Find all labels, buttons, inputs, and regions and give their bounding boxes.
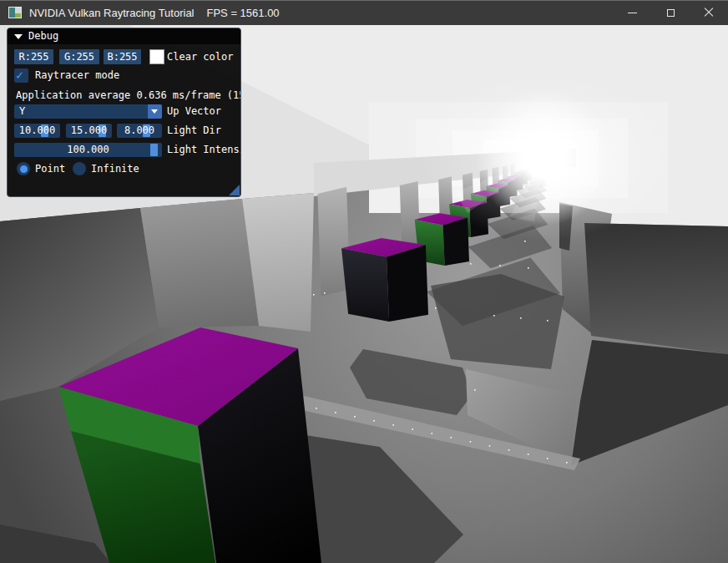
light-intensity-label: Light Intensity <box>167 143 241 157</box>
fps-counter: FPS = 1561.00 <box>207 7 280 19</box>
close-button[interactable] <box>690 0 728 25</box>
light-dir-y-slider[interactable]: 15.000 <box>66 124 112 138</box>
light-intensity-slider[interactable]: 100.000 <box>14 143 162 157</box>
up-vector-value: Y <box>19 104 25 119</box>
scene-left-wall-mid <box>140 199 259 327</box>
raytracer-checkbox[interactable]: ✓ <box>14 68 28 83</box>
light-dir-row: 10.000 15.000 8.000 Light Dir <box>8 124 240 138</box>
blue-value-button[interactable]: B:255 <box>104 49 141 64</box>
chevron-down-icon <box>151 109 158 114</box>
app-icon <box>8 7 22 18</box>
debug-panel-titlebar[interactable]: Debug <box>8 28 240 44</box>
raytracer-row: ✓ Raytracer mode <box>8 68 240 83</box>
raytracer-label: Raytracer mode <box>35 68 119 83</box>
scene-right-dark-wall <box>584 223 728 354</box>
performance-text: Application average 0.636 ms/frame (15 <box>16 89 240 101</box>
maximize-button[interactable] <box>651 0 690 25</box>
app-window: NVIDIA Vulkan Raytracing Tutorial FPS = … <box>0 0 728 563</box>
light-intensity-row: 100.000 Light Intensity <box>8 143 240 157</box>
red-value-button[interactable]: R:255 <box>14 49 53 64</box>
up-vector-label: Up Vector <box>167 104 221 119</box>
performance-row: Application average 0.636 ms/frame (15 <box>8 89 240 101</box>
collapse-arrow-icon[interactable] <box>14 34 23 39</box>
green-value-button[interactable]: G:255 <box>59 49 99 64</box>
clear-color-label: Clear color <box>167 49 233 64</box>
light-dir-x-slider[interactable]: 10.000 <box>14 124 60 138</box>
slider-grab[interactable] <box>150 144 158 156</box>
infinite-radio-label: Infinite <box>91 162 139 175</box>
infinite-radio[interactable] <box>73 162 86 175</box>
window-title: NVIDIA Vulkan Raytracing Tutorial <box>29 7 195 19</box>
up-vector-row: Y Up Vector <box>8 104 240 119</box>
minimize-icon <box>628 13 637 13</box>
light-dir-y-value: 15.000 <box>71 124 107 136</box>
light-type-row: Point Infinite <box>8 162 240 175</box>
title-bar[interactable]: NVIDIA Vulkan Raytracing Tutorial FPS = … <box>0 0 728 25</box>
minimize-button[interactable] <box>613 0 651 25</box>
combo-dropdown-button[interactable] <box>148 104 162 119</box>
debug-panel-title: Debug <box>28 28 58 44</box>
close-icon <box>704 8 714 18</box>
light-intensity-value: 100.000 <box>67 144 109 155</box>
light-dir-label: Light Dir <box>167 124 221 138</box>
light-dir-x-value: 10.000 <box>19 124 55 136</box>
light-dir-z-value: 8.000 <box>124 124 154 136</box>
radio-dot-icon <box>20 165 28 173</box>
clear-color-row: R:255 G:255 B:255 Clear color <box>8 49 240 64</box>
resize-grip[interactable] <box>229 185 240 195</box>
up-vector-combo[interactable]: Y <box>14 104 162 119</box>
clear-color-swatch[interactable] <box>149 49 164 64</box>
scene-light-glow <box>419 74 670 241</box>
maximize-icon <box>667 9 675 17</box>
debug-panel: Debug R:255 G:255 B:255 Clear color ✓ Ra… <box>7 28 241 197</box>
check-icon: ✓ <box>16 68 23 83</box>
point-radio[interactable] <box>17 162 30 175</box>
point-radio-label: Point <box>35 162 65 175</box>
window-controls <box>613 0 728 25</box>
light-dir-z-slider[interactable]: 8.000 <box>117 124 162 138</box>
